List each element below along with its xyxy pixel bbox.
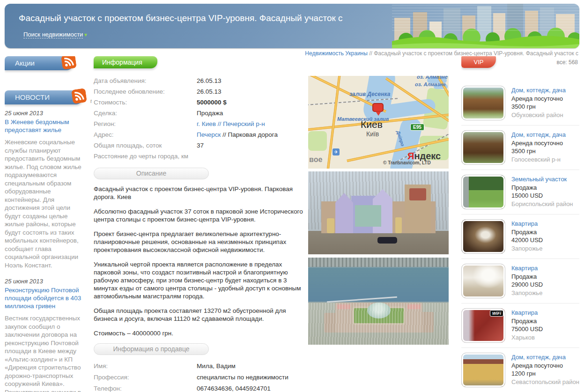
listing-photo[interactable] xyxy=(461,86,505,120)
media-column: оз. Алмазне оз. Алмазне залив Десенка Ма… xyxy=(308,76,449,345)
seller-section-button[interactable]: Информация о продавце xyxy=(94,343,209,355)
listing-title-link[interactable]: Земельный участок xyxy=(511,175,573,184)
field-value: 26.05.13 xyxy=(197,86,222,97)
news-item: 25 июня 2013 Реконструкцию Почтовой площ… xyxy=(5,278,85,392)
tab-news-label: НОВОСТИ xyxy=(15,93,50,101)
breadcrumb-separator: // xyxy=(369,50,372,57)
property-photo-building[interactable] xyxy=(308,171,449,254)
field-label: Общая площадь, соток xyxy=(94,140,197,151)
listing-price: 15000 USD xyxy=(511,192,573,200)
listing-title-link[interactable]: Квартира xyxy=(511,264,543,273)
detail-row: Общая площадь, соток 37 xyxy=(94,140,308,151)
news-date: 25 июня 2013 xyxy=(5,110,85,117)
listing-title-link[interactable]: Дом, коттедж, дача xyxy=(511,86,566,95)
description-price: Стоимость – 40000000 грн. xyxy=(94,329,307,337)
location-map[interactable]: оз. Алмазне оз. Алмазне залив Десенка Ма… xyxy=(308,76,449,169)
vip-all-count-link[interactable]: все: 568 xyxy=(556,59,578,66)
listing-price: 3500 грн xyxy=(511,147,566,155)
detail-row: Телефон: 0674634636, 0445924701 xyxy=(94,383,308,392)
seller-details: Имя: Мила, Вадим Профессия: специалисты … xyxy=(94,361,308,392)
field-label: Стоимость: xyxy=(94,97,197,108)
price-value: 5000000 $ xyxy=(197,97,227,108)
news-text: Женевские социальные службы планируют пр… xyxy=(5,138,85,269)
field-label: Сделка: xyxy=(94,108,197,118)
listing-item: Дом, коттедж, дача Аренда посуточно 1200… xyxy=(461,348,579,392)
field-label: Регион: xyxy=(94,118,197,129)
listing-location: Обуховский район xyxy=(511,111,566,119)
separator: // xyxy=(218,120,222,127)
field-value: специалисты по недвижимости xyxy=(197,372,288,383)
vip-sidebar: VIP все: 568 Дом, коттедж, дача Аренда п… xyxy=(461,56,579,392)
description-paragraph: Фасадный участок с проектом бизнес-центр… xyxy=(94,185,307,201)
address-area-link[interactable]: Печерск xyxy=(197,131,221,138)
tab-information[interactable]: Информация xyxy=(94,56,157,68)
map-city-name: Киев xyxy=(361,119,383,130)
region-district-link[interactable]: Печерский р-н xyxy=(223,120,265,127)
listing-deal: Аренда посуточно xyxy=(511,95,566,103)
field-value: Мила, Вадим xyxy=(197,361,236,372)
property-photo-aerial[interactable] xyxy=(308,258,449,345)
listing-photo[interactable] xyxy=(461,353,505,387)
listing-location: Запорожье xyxy=(511,244,543,253)
map-pin-icon xyxy=(372,103,384,112)
listing-title-link[interactable]: Квартира xyxy=(511,220,543,228)
listing-item: Земельный участок Продажа 15000 USD Бори… xyxy=(461,170,579,214)
news-title-link[interactable]: В Женеве бездомным предоставят жилье xyxy=(5,118,85,134)
rss-label[interactable]: rss xyxy=(90,94,92,108)
detail-row: Имя: Мила, Вадим xyxy=(94,361,308,372)
listing-deal: Аренда посуточно xyxy=(511,139,566,148)
description-paragraph: Абсолютно фасадный участок 37 соток в па… xyxy=(94,207,307,223)
tab-news[interactable]: НОВОСТИ rss xyxy=(5,90,83,104)
tab-promotions[interactable]: Акции xyxy=(5,56,74,70)
field-value: 26.05.13 xyxy=(197,75,222,86)
left-sidebar: Акции НОВОСТИ rss 25 июня 2013 В Женеве … xyxy=(5,56,92,392)
news-title-link[interactable]: Реконструкцию Почтовой площади обойдется… xyxy=(5,286,85,310)
field-label: Расстояние до черты города, км xyxy=(94,151,197,162)
field-value: Продажа xyxy=(197,108,223,118)
detail-row: Стоимость: 5000000 $ xyxy=(94,97,308,108)
detail-row: Дата объявления: 26.05.13 xyxy=(94,75,308,86)
tab-promotions-label: Акции xyxy=(15,59,35,67)
chevron-down-icon: ▼ xyxy=(83,32,88,37)
property-search-link[interactable]: Поиск недвижимости xyxy=(23,31,83,38)
yandex-logo: Яндекс xyxy=(407,151,441,162)
listing-title-link[interactable]: Дом, коттедж, дача xyxy=(511,353,579,362)
tab-information-label: Информация xyxy=(102,59,142,66)
listing-location: Голосеевский р-н xyxy=(511,155,566,164)
tab-vip[interactable]: VIP xyxy=(461,56,496,68)
cityscape-illustration xyxy=(392,4,579,48)
listing-location: Харьков xyxy=(511,333,543,342)
page-title: Фасадный участок с проектом бизнес-центр… xyxy=(19,13,343,23)
region-city-link[interactable]: г. Киев xyxy=(197,120,216,127)
rss-icon[interactable] xyxy=(71,88,87,104)
rss-icon[interactable] xyxy=(61,56,77,70)
news-date: 25 июня 2013 xyxy=(5,278,85,285)
listing-location: Запорожье xyxy=(511,289,543,297)
field-label: Дата объявления: xyxy=(94,75,197,86)
listing-title-link[interactable]: Дом, коттедж, дача xyxy=(511,131,566,139)
detail-row: Последнее обновление: 26.05.13 xyxy=(94,86,308,97)
listing-price: 75000 USD xyxy=(511,325,543,333)
detail-row: Профессия: специалисты по недвижимости xyxy=(94,372,308,383)
listing-photo[interactable] xyxy=(461,264,505,298)
detail-row: Регион: г. Киев // Печерский р-н xyxy=(94,118,308,129)
detail-row: Сделка: Продажа xyxy=(94,108,308,118)
listing-photo[interactable] xyxy=(461,175,505,209)
field-label: Телефон: xyxy=(94,383,197,392)
map-road-badge: E95 xyxy=(410,124,424,131)
listing-photo[interactable]: WiFi xyxy=(461,308,505,343)
news-text: Вестник государственных закупок сообщил … xyxy=(5,314,85,392)
description-section-button[interactable]: Описание xyxy=(94,168,209,179)
map-label-bay: залив Десенка xyxy=(349,91,390,97)
listing-photo[interactable] xyxy=(461,219,505,254)
tab-vip-label: VIP xyxy=(474,59,484,66)
listing-photo[interactable] xyxy=(461,130,505,165)
map-city-name-ua: Київ xyxy=(366,130,379,138)
listing-deal: Продажа xyxy=(511,273,543,281)
listing-item: Дом, коттедж, дача Аренда посуточно 3500… xyxy=(461,81,579,126)
breadcrumb-home-link[interactable]: Недвижимость Украины xyxy=(305,50,368,57)
listing-price: 1200 грн xyxy=(511,370,579,378)
header-banner: Фасадный участок с проектом бизнес-центр… xyxy=(5,4,579,48)
separator: // xyxy=(222,131,226,138)
listing-title-link[interactable]: Квартира xyxy=(511,309,543,317)
